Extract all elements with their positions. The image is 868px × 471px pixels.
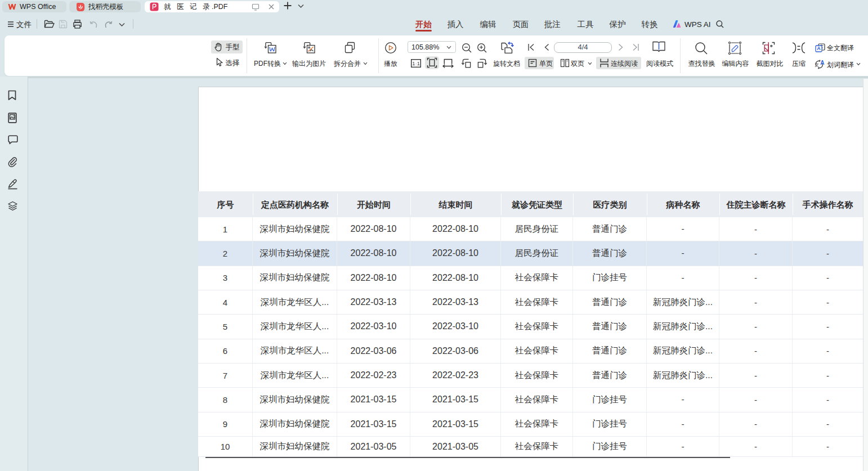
svg-text:文: 文 bbox=[815, 62, 819, 68]
svg-text:1: 1 bbox=[412, 61, 415, 66]
svg-text::: : bbox=[415, 61, 417, 66]
svg-text:A: A bbox=[820, 60, 824, 66]
svg-text:1: 1 bbox=[417, 61, 420, 66]
svg-text:A: A bbox=[817, 46, 821, 51]
